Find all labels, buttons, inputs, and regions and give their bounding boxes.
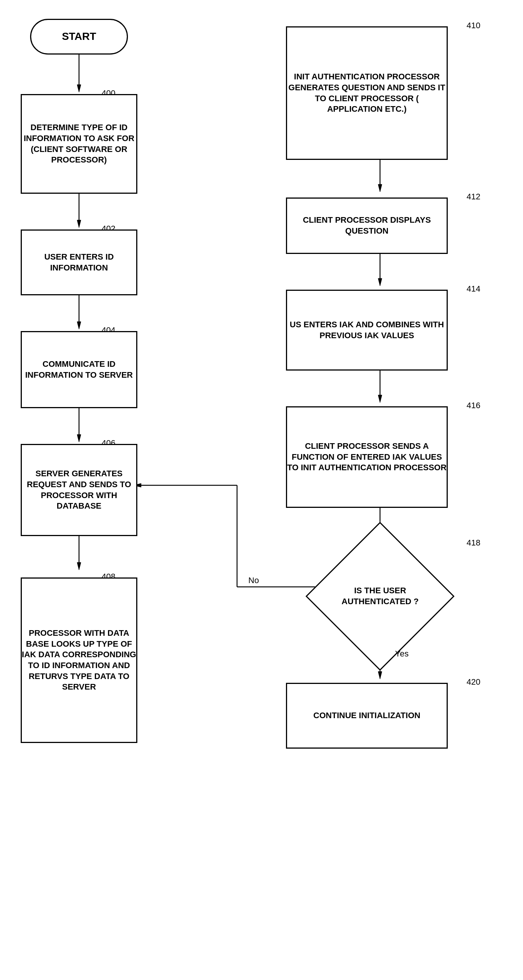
- ref-412: 412: [467, 192, 480, 202]
- ref-414: 414: [467, 284, 480, 294]
- no-label: No: [248, 576, 259, 585]
- node-410: INIT AUTHENTICATION PROCESSOR GENERATES …: [286, 26, 448, 160]
- svg-marker-13: [378, 278, 382, 286]
- svg-marker-5: [77, 321, 81, 329]
- node-418: IS THE USER AUTHENTICATED ?: [305, 522, 455, 671]
- node-418-diamond-wrapper: IS THE USER AUTHENTICATED ?: [327, 544, 433, 649]
- svg-marker-11: [378, 185, 382, 192]
- svg-marker-3: [77, 220, 81, 228]
- svg-marker-15: [378, 395, 382, 402]
- flowchart-diagram: START 400 DETERMINE TYPE OF ID INFORMATI…: [0, 0, 523, 980]
- ref-416: 416: [467, 401, 480, 410]
- ref-410: 410: [467, 21, 480, 30]
- ref-420: 420: [467, 677, 480, 687]
- svg-marker-1: [77, 84, 81, 92]
- svg-marker-9: [77, 562, 81, 570]
- node-406: SERVER GENERATES REQUEST AND SENDS TO PR…: [21, 444, 137, 536]
- node-408: PROCESSOR WITH DATA BASE LOOKS UP TYPE O…: [21, 578, 137, 743]
- node-402: USER ENTERS ID INFORMATION: [21, 229, 137, 295]
- node-404: COMMUNICATE ID INFORMATION TO SERVER: [21, 331, 137, 408]
- start-node: START: [30, 19, 128, 54]
- svg-marker-23: [378, 671, 382, 679]
- node-412: CLIENT PROCESSOR DISPLAYS QUESTION: [286, 197, 448, 254]
- svg-marker-7: [77, 434, 81, 442]
- ref-418: 418: [467, 538, 480, 548]
- node-416: CLIENT PROCESSOR SENDS A FUNCTION OF ENT…: [286, 406, 448, 508]
- node-420: CONTINUE INITIALIZATION: [286, 683, 448, 749]
- yes-label: Yes: [395, 649, 409, 659]
- node-414: US ENTERS IAK AND COMBINES WITH PREVIOUS…: [286, 290, 448, 371]
- node-400: DETERMINE TYPE OF ID INFORMATION TO ASK …: [21, 94, 137, 194]
